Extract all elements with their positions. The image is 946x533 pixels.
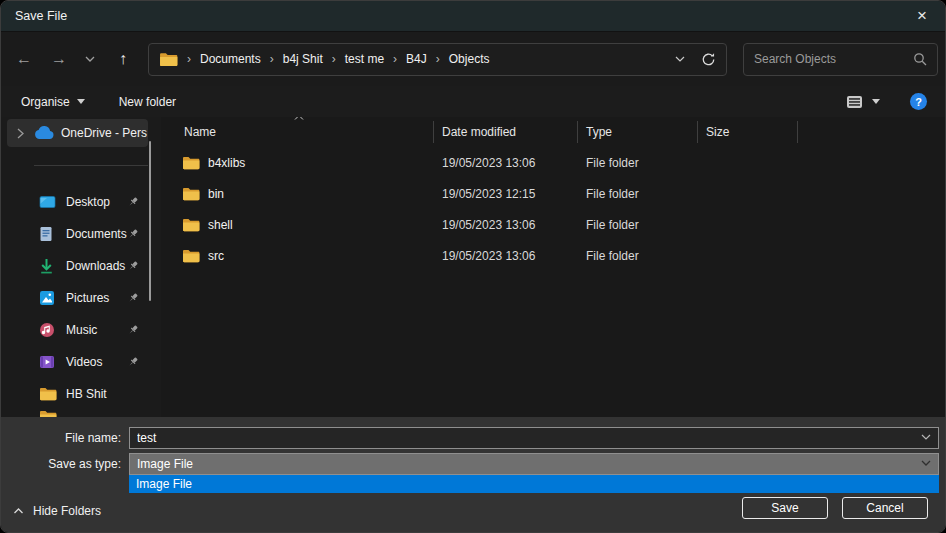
file-name: bin — [208, 187, 224, 201]
sidebar-item-clipped-folder[interactable] — [39, 410, 57, 417]
folder-icon — [182, 156, 200, 170]
sort-ascending-icon — [294, 117, 304, 120]
breadcrumb-item[interactable]: Objects — [449, 52, 490, 66]
address-dropdown-icon[interactable] — [675, 56, 685, 62]
sidebar-item-videos[interactable]: Videos — [1, 346, 149, 378]
breadcrumb: Documents›b4j Shit›test me›B4J›Objects — [200, 52, 489, 66]
navigation-pane: OneDrive - Pers DesktopDocumentsDownload… — [1, 117, 161, 417]
sidebar-items: DesktopDocumentsDownloadsPicturesMusicVi… — [1, 186, 149, 410]
column-name-label: Name — [184, 125, 216, 139]
forward-icon: → — [51, 50, 67, 68]
save-as-type-label: Save as type: — [1, 453, 121, 475]
file-type: File folder — [578, 249, 698, 263]
title-bar: Save File × — [1, 1, 945, 32]
file-row-src[interactable]: src19/05/2023 13:06File folder — [166, 240, 945, 271]
dropdown-triangle-icon — [77, 99, 85, 104]
sidebar-item-documents[interactable]: Documents — [1, 218, 149, 250]
breadcrumb-item[interactable]: Documents — [200, 52, 261, 66]
sidebar-item-downloads[interactable]: Downloads — [1, 250, 149, 282]
refresh-icon[interactable] — [701, 52, 716, 67]
file-rows: b4xlibs19/05/2023 13:06File folderbin19/… — [166, 147, 945, 271]
resize-grip[interactable] — [938, 527, 940, 529]
navigation-bar: ← → ↑ › Documents›b4j Shit›test me›B4J›O… — [1, 32, 945, 86]
window-title: Save File — [1, 9, 67, 23]
help-icon: ? — [915, 96, 922, 108]
chevron-up-icon — [13, 508, 24, 514]
search-box[interactable] — [743, 43, 938, 76]
documents-icon — [39, 226, 57, 242]
desktop-icon — [39, 194, 57, 210]
sidebar-item-hb-shit[interactable]: HB Shit — [1, 378, 149, 410]
column-header-size[interactable]: Size — [698, 121, 798, 143]
sidebar-item-desktop[interactable]: Desktop — [1, 186, 149, 218]
save-as-type-combobox[interactable]: Image File — [129, 453, 939, 475]
file-type: File folder — [578, 218, 698, 232]
save-button[interactable]: Save — [742, 497, 828, 519]
save-as-type-dropdown: Image File — [129, 475, 939, 493]
column-size-label: Size — [706, 125, 729, 139]
column-header-name[interactable]: Name — [166, 121, 434, 143]
pin-icon — [127, 196, 139, 208]
sidebar-item-pictures[interactable]: Pictures — [1, 282, 149, 314]
breadcrumb-separator: › — [185, 52, 193, 66]
recent-locations-button[interactable] — [77, 46, 103, 72]
sidebar-item-label: Desktop — [66, 195, 110, 209]
file-row-bin[interactable]: bin19/05/2023 12:15File folder — [166, 178, 945, 209]
sidebar-item-label: HB Shit — [66, 387, 107, 401]
close-icon: × — [917, 6, 927, 26]
sidebar-divider — [34, 165, 148, 166]
save-as-type-value: Image File — [137, 457, 193, 471]
chevron-right-icon[interactable] — [7, 128, 33, 139]
folder-icon — [159, 52, 178, 67]
back-button[interactable]: ← — [11, 46, 37, 72]
file-name: src — [208, 249, 224, 263]
organise-label: Organise — [21, 95, 70, 109]
column-header-type[interactable]: Type — [578, 121, 698, 143]
file-name-label: File name: — [1, 427, 121, 449]
breadcrumb-separator: › — [391, 52, 399, 66]
help-button[interactable]: ? — [910, 93, 927, 110]
music-icon — [39, 322, 57, 338]
organise-button[interactable]: Organise — [21, 95, 85, 109]
pin-icon — [127, 356, 139, 368]
folder-icon — [182, 187, 200, 201]
hide-folders-button[interactable]: Hide Folders — [13, 504, 101, 518]
sidebar-item-label: Videos — [66, 355, 102, 369]
chevron-down-icon — [85, 56, 95, 62]
forward-button[interactable]: → — [46, 46, 72, 72]
dropdown-item-selected[interactable]: Image File — [129, 475, 939, 493]
file-date-modified: 19/05/2023 12:15 — [434, 187, 578, 201]
address-bar[interactable]: › Documents›b4j Shit›test me›B4J›Objects — [148, 43, 727, 76]
file-type: File folder — [578, 156, 698, 170]
sidebar-item-label: Downloads — [66, 259, 125, 273]
file-name-input[interactable] — [129, 427, 939, 449]
column-header-date-modified[interactable]: Date modified — [434, 121, 578, 143]
file-date-modified: 19/05/2023 13:06 — [434, 218, 578, 232]
downloads-icon — [39, 258, 57, 274]
breadcrumb-item[interactable]: test me — [345, 52, 384, 66]
file-list: Name Date modified Type Size b4xlibs19/0… — [166, 117, 945, 417]
pin-icon — [127, 292, 139, 304]
file-row-b4xlibs[interactable]: b4xlibs19/05/2023 13:06File folder — [166, 147, 945, 178]
search-input[interactable] — [754, 52, 913, 66]
column-type-label: Type — [586, 125, 612, 139]
sidebar-scrollbar[interactable] — [149, 141, 151, 301]
new-folder-button[interactable]: New folder — [119, 95, 176, 109]
change-view-button[interactable] — [846, 95, 880, 109]
cancel-button[interactable]: Cancel — [842, 497, 928, 519]
view-dropdown-triangle-icon — [872, 99, 880, 104]
file-row-shell[interactable]: shell19/05/2023 13:06File folder — [166, 209, 945, 240]
close-button[interactable]: × — [899, 1, 945, 32]
folder-icon — [182, 218, 200, 232]
breadcrumb-item[interactable]: b4j Shit — [283, 52, 323, 66]
sidebar-item-label: Documents — [66, 227, 127, 241]
onedrive-cloud-icon — [33, 126, 55, 140]
breadcrumb-item[interactable]: B4J — [406, 52, 427, 66]
pin-icon — [127, 324, 139, 336]
folder-icon — [182, 249, 200, 263]
sidebar-item-onedrive[interactable]: OneDrive - Pers — [7, 119, 148, 147]
up-icon: ↑ — [119, 50, 127, 68]
up-button[interactable]: ↑ — [110, 46, 136, 72]
column-date-label: Date modified — [442, 125, 516, 139]
sidebar-item-music[interactable]: Music — [1, 314, 149, 346]
